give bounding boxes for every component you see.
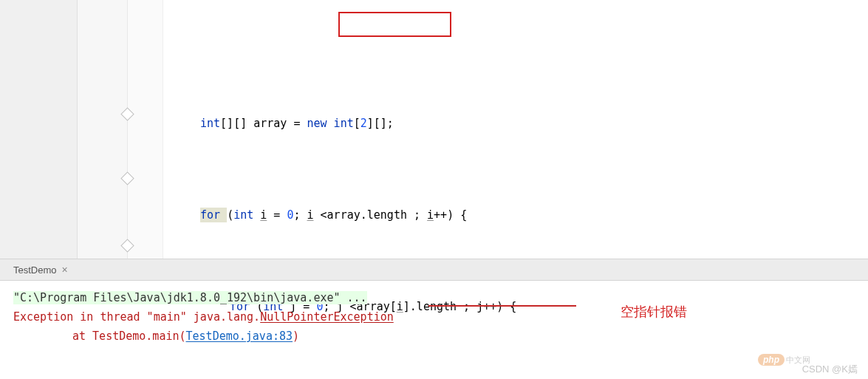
annotation-text: 空指针报错 [621,303,687,321]
source-link[interactable]: TestDemo.java:83 [186,330,293,343]
console-exception: Exception in thread "main" java.lang.Nul… [13,307,855,327]
code-line[interactable]: for (int i = 0; i <array.length ; i++) { [163,204,868,227]
gutter-left [0,0,78,259]
watermark-csdn: CSDN @K嫣 [802,363,858,376]
php-logo-icon: php [758,354,785,366]
close-icon[interactable]: × [62,264,68,276]
console-output[interactable]: "C:\Program Files\Java\jdk1.8.0_192\bin\… [0,281,868,353]
tab-testdemo[interactable]: TestDemo × [13,264,68,276]
code-line[interactable]: int[][] array = new int[2][]; [163,112,868,135]
highlight-box [338,12,451,37]
exception-link[interactable]: NullPointerException [260,310,394,324]
code-pane[interactable]: int[][] array = new int[2][]; for (int i… [163,0,868,259]
underline-annotation [428,305,576,307]
gutter-fold [78,0,128,259]
console-stack-frame: at TestDemo.main(TestDemo.java:83) [13,327,855,346]
code-editor: int[][] array = new int[2][]; for (int i… [0,0,868,259]
tab-label: TestDemo [13,264,57,276]
indent-guide [128,0,163,259]
